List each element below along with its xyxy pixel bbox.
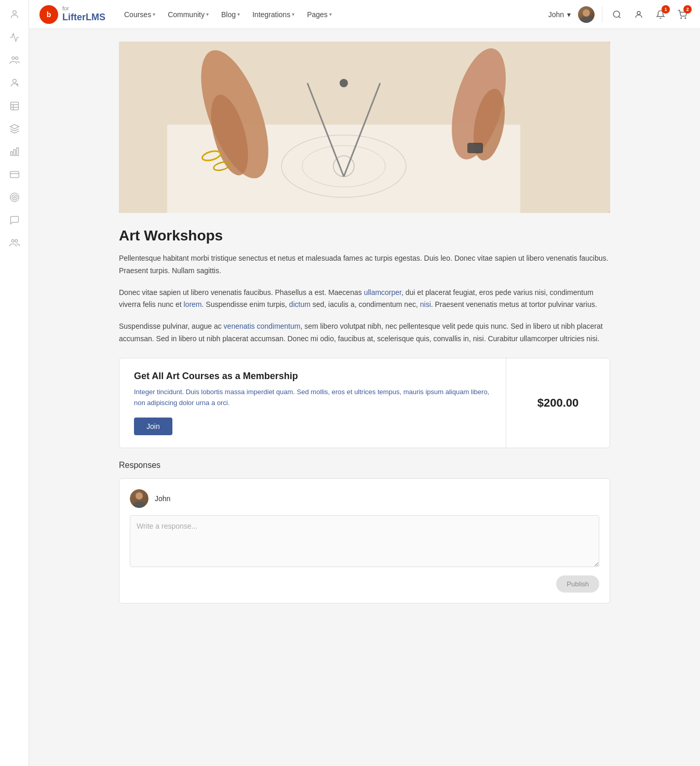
svg-rect-40 [469, 144, 481, 152]
svg-point-17 [14, 196, 15, 198]
nav-user[interactable]: John ▾ [548, 10, 571, 19]
logo-text-bottom: LifterLMS [62, 12, 105, 23]
svg-point-3 [12, 79, 16, 83]
svg-point-2 [15, 57, 18, 59]
hero-image [119, 42, 610, 213]
nav-community[interactable]: Community ▾ [168, 10, 209, 19]
search-button[interactable] [610, 7, 624, 22]
svg-point-34 [340, 79, 348, 87]
nav-integrations[interactable]: Integrations ▾ [252, 10, 294, 19]
profile-button[interactable] [631, 7, 646, 22]
article-paragraph-1: Pellentesque habitant morbi tristique se… [119, 252, 610, 277]
svg-rect-12 [17, 148, 18, 156]
pages-chevron-icon: ▾ [329, 11, 332, 17]
nav-logo[interactable]: b for LifterLMS [39, 5, 105, 24]
nav-blog[interactable]: Blog ▾ [221, 10, 240, 19]
response-form: John Publish [119, 478, 610, 603]
svg-point-1 [12, 57, 15, 59]
svg-point-23 [681, 18, 682, 19]
sidebar [0, 0, 29, 766]
join-button[interactable]: Join [134, 418, 172, 435]
membership-info: Get All Art Courses as a Membership Inte… [119, 358, 506, 448]
svg-point-0 [12, 11, 16, 15]
blog-chevron-icon: ▾ [237, 11, 240, 17]
logo-text: for LifterLMS [62, 5, 105, 23]
article-body: Pellentesque habitant morbi tristique se… [119, 252, 610, 345]
avatar-image [578, 6, 595, 23]
svg-point-18 [11, 239, 14, 242]
nav-divider [602, 6, 602, 23]
svg-rect-13 [10, 171, 19, 178]
responses-title: Responses [119, 461, 610, 470]
membership-title: Get All Art Courses as a Membership [134, 371, 491, 382]
svg-rect-11 [14, 150, 15, 156]
logo-text-top: for [62, 5, 105, 12]
svg-rect-6 [10, 102, 18, 110]
membership-card: Get All Art Courses as a Membership Inte… [119, 358, 610, 449]
sidebar-item-table[interactable] [8, 100, 21, 112]
svg-point-24 [685, 18, 686, 19]
sidebar-item-graduation[interactable] [8, 123, 21, 135]
topnav: b for LifterLMS Courses ▾ Community ▾ Bl… [29, 0, 700, 29]
sidebar-item-users[interactable] [8, 77, 21, 89]
user-chevron-icon: ▾ [567, 10, 571, 19]
article-title: Art Workshops [119, 227, 610, 244]
hero-svg [119, 42, 610, 213]
response-username: John [155, 494, 170, 503]
sidebar-item-card[interactable] [8, 168, 21, 181]
community-chevron-icon: ▾ [206, 11, 209, 17]
article-paragraph-2: Donec vitae sapien ut libero venenatis f… [119, 287, 610, 312]
svg-line-21 [618, 16, 620, 18]
article-paragraph-3: Suspendisse pulvinar, augue ac venenatis… [119, 320, 610, 345]
publish-button[interactable]: Publish [556, 575, 599, 593]
svg-point-16 [12, 195, 17, 200]
integrations-chevron-icon: ▾ [292, 11, 294, 17]
cart-button[interactable]: 2 [675, 7, 690, 22]
logo-initials: b [47, 10, 51, 19]
sidebar-item-groups[interactable] [8, 54, 21, 66]
svg-point-19 [15, 239, 17, 242]
main-content: b for LifterLMS Courses ▾ Community ▾ Bl… [29, 0, 700, 766]
sidebar-item-chart[interactable] [8, 145, 21, 158]
sidebar-item-user[interactable] [8, 8, 21, 21]
sidebar-item-message[interactable] [8, 214, 21, 226]
response-header: John [130, 489, 599, 508]
membership-price: $200.00 [506, 358, 610, 448]
notifications-button[interactable]: 1 [653, 7, 668, 22]
notifications-badge: 1 [662, 5, 670, 14]
response-textarea[interactable] [130, 515, 599, 567]
responses-section: Responses John Publish [119, 461, 610, 603]
sidebar-item-people[interactable] [8, 237, 21, 249]
app-wrapper: b for LifterLMS Courses ▾ Community ▾ Bl… [0, 0, 700, 766]
nav-right: John ▾ [548, 6, 690, 23]
avatar[interactable] [578, 6, 595, 23]
svg-point-22 [637, 11, 640, 15]
response-footer: Publish [130, 575, 599, 593]
response-avatar [130, 489, 149, 508]
svg-rect-10 [10, 152, 12, 156]
sidebar-item-activity[interactable] [8, 31, 21, 44]
page-content: Art Workshops Pellentesque habitant morb… [102, 29, 627, 624]
cart-badge: 2 [683, 5, 692, 14]
nav-username: John [548, 10, 564, 19]
nav-pages[interactable]: Pages ▾ [307, 10, 332, 19]
hero-image-inner [119, 42, 610, 213]
membership-description: Integer tincidunt. Duis lobortis massa i… [134, 387, 491, 409]
courses-chevron-icon: ▾ [153, 11, 155, 17]
logo-icon: b [39, 5, 58, 24]
sidebar-item-target[interactable] [8, 191, 21, 204]
svg-point-15 [10, 193, 19, 202]
nav-courses[interactable]: Courses ▾ [124, 10, 155, 19]
svg-point-20 [613, 11, 620, 17]
